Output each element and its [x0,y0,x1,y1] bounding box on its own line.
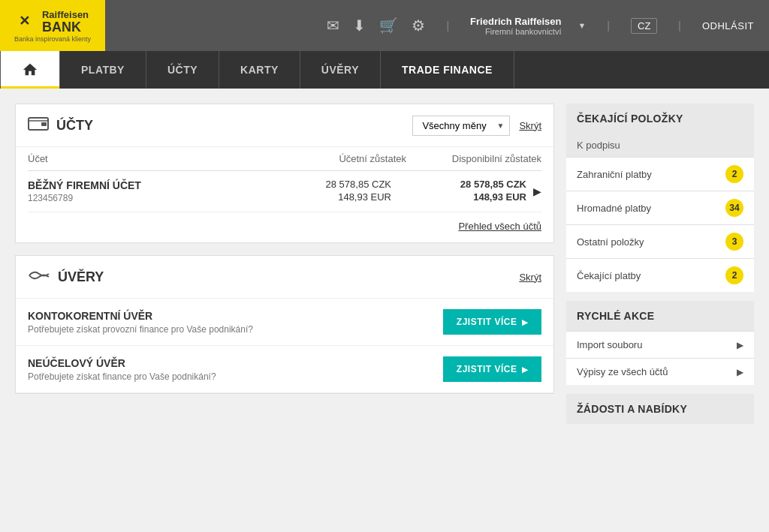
user-dropdown-icon[interactable]: ▼ [578,21,586,30]
sidebar-requests-section: ŽÁDOSTI A NABÍDKY [566,394,754,424]
loans-section: ÚVĚRY Skrýt KONTOKORENTNÍ ÚVĚR Potřebuje… [15,255,554,394]
sidebar: ČEKAJÍCÍ POLOŽKY K podpisu Zahraniční pl… [566,104,754,433]
language-selector[interactable]: CZ [631,18,657,34]
all-accounts-anchor[interactable]: Přehled všech účtů [458,221,541,232]
loan-button-1[interactable]: ZJISTIT VÍCE [443,309,541,335]
account-name: BĚŽNÝ FIREMNÍ ÚČET [28,179,271,191]
sidebar-quick-section: RYCHLÉ AKCE Import souboru ▶ Výpisy ze v… [566,301,754,385]
sidebar-item-cekajici[interactable]: Čekající platby 2 [566,258,754,292]
content-wrapper: ÚČTY Všechny měny CZK EUR Skrýt Účet Ú [0,89,769,448]
sidebar-item-zahranicni[interactable]: Zahraniční platby 2 [566,157,754,191]
all-accounts-link: Přehled všech účtů [28,212,541,242]
sidebar-badge: 34 [725,199,743,217]
sidebar-item-label: Hromadné platby [577,203,725,214]
cart-icon[interactable]: 🛒 [379,17,398,35]
list-item: KONTOKORENTNÍ ÚVĚR Potřebujete získat pr… [16,299,553,346]
accounts-title: ÚČTY [56,118,412,134]
logo-tagline: Banka inspirovaná klienty [14,35,91,43]
balance-czk: 28 578,85 CZK [271,179,391,190]
currency-wrapper[interactable]: Všechny měny CZK EUR [412,116,510,136]
user-name: Friedrich Raiffeisen [470,16,561,27]
logo-bank: BANK [42,20,89,34]
currency-select[interactable]: Všechny měny CZK EUR [412,116,510,136]
logo-raiffeisen: Raiffeisen [42,9,89,20]
user-menu[interactable]: Friedrich Raiffeisen Firemní bankovnictv… [470,16,561,36]
loans-icon [28,266,50,287]
divider3: | [678,20,681,32]
nav-ucty[interactable]: ÚČTY [146,51,219,89]
user-sub: Firemní bankovnictví [470,27,561,36]
sidebar-item-vypisy[interactable]: Výpisy ze všech účtů ▶ [566,358,754,385]
divider: | [446,20,449,32]
sidebar-badge: 3 [725,233,743,251]
header-icons: ✉ ⬇ 🛒 ⚙ | Friedrich Raiffeisen Firemní b… [327,16,754,36]
loan-name-2: NEÚČELOVÝ ÚVĚR [28,357,443,369]
sidebar-pending-title: ČEKAJÍCÍ POLOŽKY [566,104,754,134]
loan-info-1: KONTOKORENTNÍ ÚVĚR Potřebujete získat pr… [28,310,443,335]
col-available-header: Disponibilní zůstatek [406,153,541,164]
nav-karty[interactable]: KARTY [219,51,300,89]
svg-text:✕: ✕ [19,14,30,29]
sidebar-item-label: Výpisy ze všech účtů [577,366,732,377]
loans-hide-link[interactable]: Skrýt [519,272,541,283]
accounts-actions: Všechny měny CZK EUR Skrýt [412,116,541,136]
loans-title: ÚVĚRY [58,269,519,285]
account-balance: 28 578,85 CZK 148,93 EUR [271,179,391,204]
accounts-table-header: Účet Účetní zůstatek Disponibilní zůstat… [28,147,541,171]
balance-eur: 148,93 EUR [271,191,391,203]
download-icon[interactable]: ⬇ [353,17,366,35]
sidebar-item-label: Ostatní položky [577,236,725,248]
sidebar-pending-section: ČEKAJÍCÍ POLOŽKY K podpisu Zahraniční pl… [566,104,754,292]
loans-header: ÚVĚRY Skrýt [16,256,553,299]
sidebar-quick-title: RYCHLÉ AKCE [566,301,754,331]
loan-info-2: NEÚČELOVÝ ÚVĚR Potřebujete získat financ… [28,357,443,382]
handshake-icon [28,266,50,283]
loan-desc-2: Potřebujete získat finance pro Vaše podn… [28,371,443,382]
quick-action-arrow: ▶ [737,340,743,350]
sidebar-badge: 2 [725,266,743,284]
main-nav: PLATBY ÚČTY KARTY ÚVĚRY TRADE FINANCE [0,51,769,89]
accounts-header: ÚČTY Všechny měny CZK EUR Skrýt [16,104,553,147]
raiffeisen-logo-icon: ✕ [17,11,38,32]
sidebar-item-hromadne[interactable]: Hromadné platby 34 [566,191,754,224]
accounts-section: ÚČTY Všechny měny CZK EUR Skrýt Účet Ú [15,104,554,243]
available-czk: 28 578,85 CZK [391,179,526,190]
account-available: 28 578,85 CZK 148,93 EUR [391,179,526,204]
sidebar-sub-label: K podpisu [566,134,754,157]
accounts-hide-link[interactable]: Skrýt [519,120,541,131]
sidebar-item-label: Čekající platby [577,270,725,281]
table-row[interactable]: BĚŽNÝ FIREMNÍ ÚČET 123456789 28 578,85 C… [28,171,541,212]
sidebar-item-label: Import souboru [577,339,732,350]
sidebar-item-ostatni[interactable]: Ostatní položky 3 [566,224,754,258]
top-header: ✕ Raiffeisen BANK Banka inspirovaná klie… [0,0,769,51]
quick-action-arrow: ▶ [737,367,743,377]
nav-uvery[interactable]: ÚVĚRY [300,51,381,89]
sidebar-badge: 2 [725,165,743,183]
main-content: ÚČTY Všechny měny CZK EUR Skrýt Účet Ú [15,104,554,433]
col-balance-header: Účetní zůstatek [286,153,406,164]
logo[interactable]: ✕ Raiffeisen BANK Banka inspirovaná klie… [0,0,105,51]
account-row-arrow[interactable]: ▶ [526,185,541,197]
account-info: BĚŽNÝ FIREMNÍ ÚČET 123456789 [28,179,271,203]
nav-platby[interactable]: PLATBY [60,51,146,89]
sidebar-item-import[interactable]: Import souboru ▶ [566,331,754,358]
list-item: NEÚČELOVÝ ÚVĚR Potřebujete získat financ… [16,346,553,393]
loan-desc-1: Potřebujete získat provozní finance pro … [28,324,443,335]
loan-button-2[interactable]: ZJISTIT VÍCE [443,356,541,382]
nav-trade-finance[interactable]: TRADE FINANCE [381,51,514,89]
logout-button[interactable]: ODHLÁSIT [702,20,754,32]
accounts-icon [28,115,49,136]
available-eur: 148,93 EUR [391,191,526,203]
col-account-header: Účet [28,153,286,164]
account-number: 123456789 [28,193,271,203]
settings-icon[interactable]: ⚙ [412,17,425,35]
home-icon [22,62,38,78]
sidebar-requests-title: ŽÁDOSTI A NABÍDKY [566,394,754,424]
divider2: | [607,20,610,32]
sidebar-item-label: Zahraniční platby [577,169,725,180]
svg-rect-3 [41,122,47,126]
wallet-icon [28,115,49,131]
nav-home[interactable] [0,51,60,89]
loan-name-1: KONTOKORENTNÍ ÚVĚR [28,310,443,322]
mail-icon[interactable]: ✉ [327,17,339,35]
